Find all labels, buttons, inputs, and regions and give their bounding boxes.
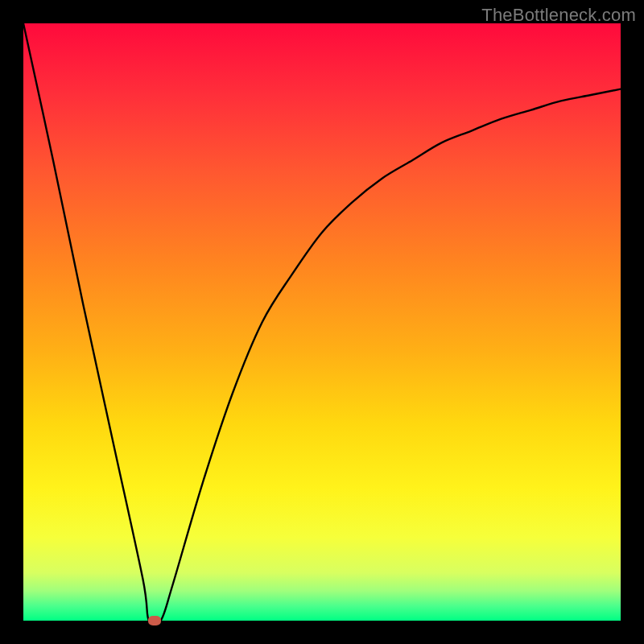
watermark-text: TheBottleneck.com	[481, 5, 636, 26]
optimal-marker	[148, 616, 161, 625]
bottleneck-curve	[23, 23, 621, 621]
chart-plot-area	[23, 23, 621, 621]
